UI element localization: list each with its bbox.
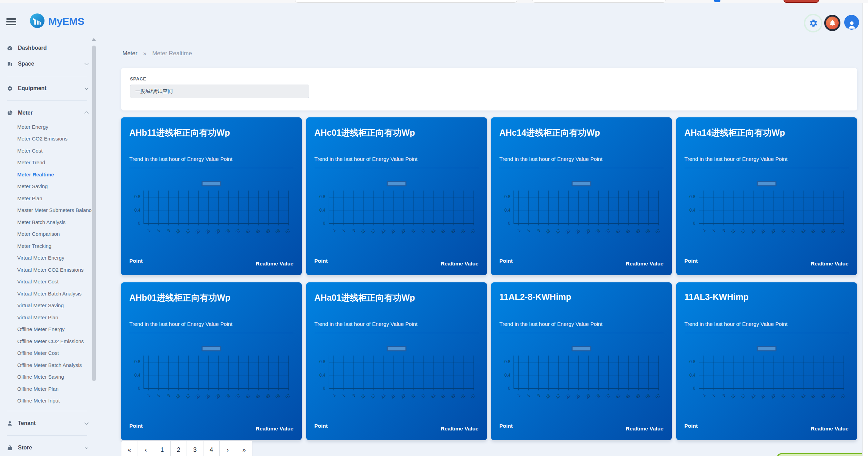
sidebar-item-virtual-meter-co2-emissions[interactable]: Virtual Meter CO2 Emissions bbox=[0, 264, 98, 276]
sidebar-item-offline-meter-plan[interactable]: Offline Meter Plan bbox=[0, 383, 98, 395]
breadcrumb-meter[interactable]: Meter bbox=[122, 50, 137, 57]
sidebar-item-offline-meter-energy[interactable]: Offline Meter Energy bbox=[0, 323, 98, 336]
meter-card: AHb11进线柜正向有功Wp Trend in the last hour of… bbox=[121, 117, 302, 275]
sidebar-item-virtual-meter-saving[interactable]: Virtual Meter Saving bbox=[0, 300, 98, 312]
x-axis-tick-label: 9 bbox=[713, 393, 726, 406]
chart-subtitle: Trend in the last hour of Energy Value P… bbox=[315, 156, 418, 162]
sidebar-item-meter-batch-analysis[interactable]: Meter Batch Analysis bbox=[0, 216, 98, 228]
sidebar-item-label: Meter Realtime bbox=[17, 172, 54, 177]
x-axis-tick-label: 49 bbox=[813, 393, 826, 406]
x-axis-tick-label: 45 bbox=[803, 393, 816, 406]
user-avatar[interactable] bbox=[844, 15, 859, 30]
meter-title: AHb11进线柜正向有功Wp bbox=[129, 127, 295, 138]
sidebar-item-master-meter-submeters-balance[interactable]: Master Meter Submeters Balance bbox=[0, 204, 98, 216]
browser-chrome-strip bbox=[0, 0, 868, 3]
chart-legend-marker[interactable] bbox=[572, 181, 591, 186]
x-axis-tick-label: 25 bbox=[753, 393, 766, 406]
x-axis-tick-label: 53 bbox=[453, 228, 466, 241]
pagination-last[interactable]: » bbox=[236, 441, 253, 456]
sidebar-item-offline-meter-co2-emissions[interactable]: Offline Meter CO2 Emissions bbox=[0, 335, 98, 347]
sidebar-item-equipment[interactable]: Equipment bbox=[0, 80, 98, 96]
x-axis-tick-label: 49 bbox=[443, 228, 456, 241]
sidebar-item-offline-meter-saving[interactable]: Offline Meter Saving bbox=[0, 371, 98, 383]
chart-legend-marker[interactable] bbox=[202, 181, 221, 186]
sidebar-item-space[interactable]: Space bbox=[0, 56, 98, 72]
realtime-value-column-header: Realtime Value bbox=[811, 261, 848, 267]
chevron-down-icon bbox=[84, 61, 88, 65]
sidebar-item-meter-plan[interactable]: Meter Plan bbox=[0, 192, 98, 204]
y-axis-tick-label: 0.8 bbox=[125, 359, 140, 364]
sidebar-item-dashboard[interactable]: Dashboard bbox=[0, 40, 98, 56]
sidebar-item-label: Offline Meter Input bbox=[17, 398, 60, 404]
sidebar-item-virtual-meter-batch-analysis[interactable]: Virtual Meter Batch Analysis bbox=[0, 288, 98, 300]
logo-icon bbox=[29, 13, 45, 30]
chart-subtitle: Trend in the last hour of Energy Value P… bbox=[315, 321, 418, 327]
pagination-page-1[interactable]: 1 bbox=[154, 441, 171, 456]
x-axis-tick-label: 25 bbox=[568, 228, 581, 241]
chart-legend-marker[interactable] bbox=[202, 346, 221, 351]
sidebar: DashboardSpaceEquipmentMeterMeter Energy… bbox=[0, 35, 98, 456]
sidebar-item-virtual-meter-plan[interactable]: Virtual Meter Plan bbox=[0, 311, 98, 323]
sidebar-item-virtual-meter-energy[interactable]: Virtual Meter Energy bbox=[0, 252, 98, 264]
chart-legend-marker[interactable] bbox=[757, 181, 776, 186]
meter-title: AHc14进线柜正向有功Wp bbox=[499, 127, 665, 138]
pagination-prev[interactable]: ‹ bbox=[138, 441, 154, 456]
sidebar-item-label: Space bbox=[18, 61, 34, 67]
chart-legend-marker[interactable] bbox=[757, 346, 776, 351]
chart-legend-marker[interactable] bbox=[387, 181, 406, 186]
y-axis-tick-label: 0.8 bbox=[495, 359, 510, 364]
page-scrollbar[interactable] bbox=[862, 3, 868, 456]
pagination-page-3[interactable]: 3 bbox=[187, 441, 203, 456]
meter-title: AHa01进线柜正向有功Wp bbox=[315, 292, 480, 303]
x-axis-tick-label: 9 bbox=[528, 393, 541, 406]
x-axis-tick-label: 29 bbox=[763, 393, 776, 406]
x-axis-tick-label: 41 bbox=[238, 228, 251, 241]
x-axis-tick-label: 49 bbox=[443, 393, 456, 406]
pagination-page-2[interactable]: 2 bbox=[170, 441, 187, 456]
chart-subtitle: Trend in the last hour of Energy Value P… bbox=[499, 321, 602, 327]
sidebar-divider bbox=[7, 76, 87, 76]
x-axis-tick-label: 25 bbox=[198, 228, 211, 241]
x-axis-tick-label: 21 bbox=[558, 393, 571, 406]
chart-subtitle: Trend in the last hour of Energy Value P… bbox=[129, 156, 232, 162]
sidebar-item-meter[interactable]: Meter bbox=[0, 105, 98, 121]
sidebar-item-meter-co2-emissions[interactable]: Meter CO2 Emissions bbox=[0, 133, 98, 145]
sidebar-item-offline-meter-cost[interactable]: Offline Meter Cost bbox=[0, 347, 98, 359]
x-axis-tick-label: 33 bbox=[403, 393, 416, 406]
hamburger-menu-icon[interactable] bbox=[6, 18, 17, 26]
x-axis-tick-label: 5 bbox=[518, 393, 531, 406]
sidebar-item-label: Virtual Meter CO2 Emissions bbox=[17, 267, 83, 273]
y-axis-tick-label: 0.8 bbox=[680, 359, 696, 364]
meter-card: AHa14进线柜正向有功Wp Trend in the last hour of… bbox=[676, 117, 857, 275]
x-axis-tick-label: 1 bbox=[508, 228, 521, 241]
sidebar-item-meter-tracking[interactable]: Meter Tracking bbox=[0, 240, 98, 252]
sidebar-scroll-up-arrow[interactable] bbox=[92, 38, 96, 41]
sidebar-scrollbar-thumb[interactable] bbox=[92, 46, 96, 381]
sidebar-item-offline-meter-input[interactable]: Offline Meter Input bbox=[0, 395, 98, 407]
pagination-page-4[interactable]: 4 bbox=[203, 441, 220, 456]
sidebar-item-store[interactable]: Store bbox=[0, 440, 98, 456]
sidebar-item-virtual-meter-cost[interactable]: Virtual Meter Cost bbox=[0, 276, 98, 288]
space-select-input[interactable] bbox=[130, 85, 309, 98]
chart-legend-marker[interactable] bbox=[387, 346, 406, 351]
sidebar-item-tenant[interactable]: Tenant bbox=[0, 415, 98, 431]
sidebar-item-meter-comparison[interactable]: Meter Comparison bbox=[0, 228, 98, 240]
dashboard-icon bbox=[7, 45, 13, 51]
sidebar-item-meter-energy[interactable]: Meter Energy bbox=[0, 121, 98, 133]
pagination-first[interactable]: « bbox=[121, 441, 138, 456]
sidebar-item-meter-saving[interactable]: Meter Saving bbox=[0, 181, 98, 193]
settings-gear-icon[interactable] bbox=[804, 14, 822, 32]
sidebar-item-meter-realtime[interactable]: Meter Realtime bbox=[0, 168, 98, 181]
point-column-header: Point bbox=[685, 423, 698, 429]
realtime-line-chart: 1591317212529333741454953570.80.40 bbox=[121, 117, 302, 275]
sidebar-item-meter-cost[interactable]: Meter Cost bbox=[0, 145, 98, 157]
sidebar-item-offline-meter-batch-analysis[interactable]: Offline Meter Batch Analysis bbox=[0, 359, 98, 371]
notification-bell-button[interactable] bbox=[824, 15, 840, 31]
app-logo[interactable]: MyEMS bbox=[29, 13, 84, 30]
sidebar-item-meter-trend[interactable]: Meter Trend bbox=[0, 157, 98, 169]
meter-card: AHc01进线柜正向有功Wp Trend in the last hour of… bbox=[306, 117, 487, 275]
chart-legend-marker[interactable] bbox=[572, 346, 591, 351]
y-axis-tick-label: 0.4 bbox=[495, 373, 510, 378]
notification-bell-icon bbox=[826, 17, 839, 29]
pagination-next[interactable]: › bbox=[219, 441, 236, 456]
